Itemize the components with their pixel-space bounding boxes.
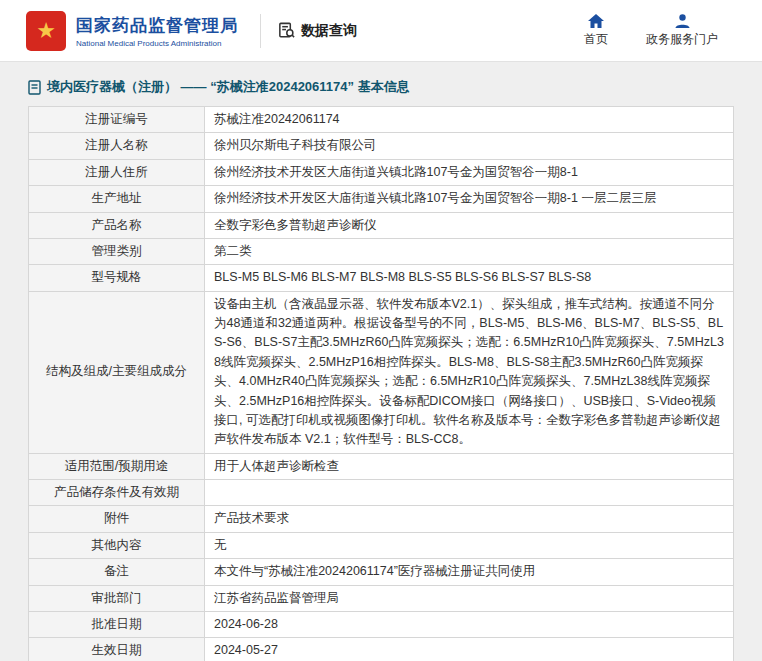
nav-portal-label: 政务服务门户: [646, 31, 718, 48]
emblem-star-icon: ★: [36, 20, 56, 42]
row-label: 其他内容: [29, 532, 205, 558]
page-icon: [28, 80, 41, 95]
home-icon: [588, 14, 604, 28]
table-row: 管理类别 第二类: [29, 238, 734, 264]
row-label: 型号规格: [29, 265, 205, 291]
row-value: BLS-M5 BLS-M6 BLS-M7 BLS-M8 BLS-S5 BLS-S…: [205, 265, 734, 291]
row-label: 适用范围/预期用途: [29, 453, 205, 479]
agency-name-cn: 国家药品监督管理局: [76, 14, 238, 37]
row-value: 第二类: [205, 238, 734, 264]
table-row: 注册人住所 徐州经济技术开发区大庙街道兴镇北路107号金为国贸智谷一期8-1: [29, 159, 734, 185]
table-row: 附件 产品技术要求: [29, 506, 734, 532]
agency-title-block: 国家药品监督管理局 National Medical Products Admi…: [76, 14, 238, 48]
table-row: 注册人名称 徐州贝尔斯电子科技有限公司: [29, 133, 734, 159]
table-row: 批准日期 2024-06-28: [29, 611, 734, 637]
registration-info-table: 注册证编号 苏械注准20242061174 注册人名称 徐州贝尔斯电子科技有限公…: [28, 106, 734, 661]
row-label: 产品储存条件及有效期: [29, 480, 205, 506]
row-label: 备注: [29, 559, 205, 585]
row-value: 产品技术要求: [205, 506, 734, 532]
data-query-tab[interactable]: 数据查询: [277, 21, 357, 40]
row-value: 徐州经济技术开发区大庙街道兴镇北路107号金为国贸智谷一期8-1 一层二层三层: [205, 186, 734, 212]
row-value: 徐州经济技术开发区大庙街道兴镇北路107号金为国贸智谷一期8-1: [205, 159, 734, 185]
table-row: 生效日期 2024-05-27: [29, 638, 734, 661]
row-label: 注册人名称: [29, 133, 205, 159]
row-label: 生产地址: [29, 186, 205, 212]
breadcrumb: 境内医疗器械（注册） —— “苏械注准20242061174” 基本信息: [0, 62, 762, 106]
nav-home[interactable]: 首页: [584, 14, 608, 48]
site-header: ★ 国家药品监督管理局 National Medical Products Ad…: [0, 0, 762, 62]
table-row: 产品储存条件及有效期: [29, 480, 734, 506]
nav-home-label: 首页: [584, 31, 608, 48]
row-value: 苏械注准20242061174: [205, 107, 734, 133]
row-label: 审批部门: [29, 585, 205, 611]
row-value: 江苏省药品监督管理局: [205, 585, 734, 611]
row-value: 无: [205, 532, 734, 558]
page-title: 境内医疗器械（注册） —— “苏械注准20242061174” 基本信息: [47, 78, 410, 96]
row-label: 注册证编号: [29, 107, 205, 133]
table-row: 结构及组成/主要组成成分 设备由主机（含液晶显示器、软件发布版本V2.1）、探头…: [29, 291, 734, 453]
document-search-icon: [277, 21, 296, 40]
row-value: 设备由主机（含液晶显示器、软件发布版本V2.1）、探头组成，推车式结构。按通道不…: [205, 291, 734, 453]
row-value: 2024-06-28: [205, 611, 734, 637]
row-value: 徐州贝尔斯电子科技有限公司: [205, 133, 734, 159]
row-label: 附件: [29, 506, 205, 532]
row-label: 生效日期: [29, 638, 205, 661]
table-row: 型号规格 BLS-M5 BLS-M6 BLS-M7 BLS-M8 BLS-S5 …: [29, 265, 734, 291]
row-value: 本文件与“苏械注准20242061174”医疗器械注册证共同使用: [205, 559, 734, 585]
national-emblem-logo: ★: [26, 11, 66, 51]
table-row: 注册证编号 苏械注准20242061174: [29, 107, 734, 133]
row-label: 批准日期: [29, 611, 205, 637]
row-value: [205, 480, 734, 506]
data-query-label: 数据查询: [301, 22, 357, 40]
header-nav: 首页 政务服务门户: [584, 14, 744, 48]
row-value: 全数字彩色多普勒超声诊断仪: [205, 212, 734, 238]
user-icon: [675, 14, 690, 28]
table-row: 适用范围/预期用途 用于人体超声诊断检查: [29, 453, 734, 479]
row-label: 管理类别: [29, 238, 205, 264]
table-row: 备注 本文件与“苏械注准20242061174”医疗器械注册证共同使用: [29, 559, 734, 585]
row-label: 注册人住所: [29, 159, 205, 185]
table-row: 审批部门 江苏省药品监督管理局: [29, 585, 734, 611]
agency-name-en: National Medical Products Administration: [76, 39, 238, 48]
nav-portal[interactable]: 政务服务门户: [646, 14, 718, 48]
table-row: 其他内容 无: [29, 532, 734, 558]
row-label: 结构及组成/主要组成成分: [29, 291, 205, 453]
row-value: 用于人体超声诊断检查: [205, 453, 734, 479]
table-row: 产品名称 全数字彩色多普勒超声诊断仪: [29, 212, 734, 238]
row-label: 产品名称: [29, 212, 205, 238]
row-value: 2024-05-27: [205, 638, 734, 661]
header-divider: [260, 14, 261, 48]
table-row: 生产地址 徐州经济技术开发区大庙街道兴镇北路107号金为国贸智谷一期8-1 一层…: [29, 186, 734, 212]
